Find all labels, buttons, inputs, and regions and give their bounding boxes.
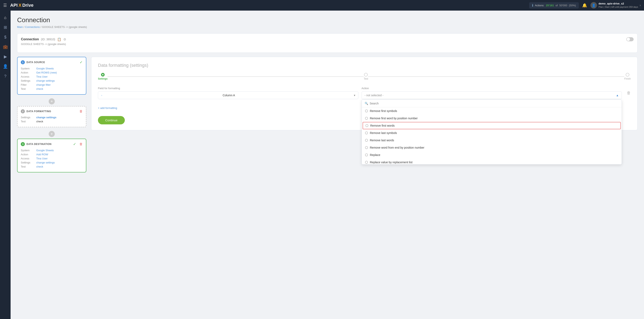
- step-label-test: Test: [364, 77, 368, 80]
- hamburger-icon[interactable]: ☰: [3, 3, 7, 8]
- source-label-action: Action: [21, 71, 34, 74]
- source-value-system[interactable]: Google Sheets: [36, 67, 54, 70]
- sidebar-item-video[interactable]: ▶: [1, 52, 10, 61]
- step-circle-finish: [626, 73, 629, 76]
- source-row-access: Access Tina User: [21, 75, 83, 78]
- continue-button[interactable]: Continue: [98, 116, 125, 124]
- source-check-icon: ✓: [80, 60, 83, 64]
- add-formatting-link[interactable]: + add formatting: [98, 106, 117, 110]
- connection-info-card: Connection (ID: 38910) 📋 ⚙ GOOGLE SHEETS…: [17, 34, 638, 53]
- brand-api: API: [10, 3, 18, 8]
- formatting-title: Data formatting (settings): [98, 63, 631, 68]
- dropdown-item-label-0: Remove first symbols: [370, 109, 397, 112]
- field-group-left: Field for formatting ○ Column A ▾: [98, 87, 358, 99]
- dropdown-scroll: Remove first symbols Remove first word b…: [362, 107, 622, 164]
- dest-label-action: Action: [21, 153, 34, 156]
- source-row-action: Action Get ROWS (new): [21, 71, 83, 74]
- dropdown-item-1[interactable]: Remove first word by position number: [362, 114, 622, 122]
- block-num-1: 1: [21, 60, 25, 64]
- sidebar-item-home[interactable]: ⌂: [1, 13, 10, 22]
- dropdown-item-5[interactable]: Remove word from end by position number: [362, 144, 622, 151]
- formatting-card: Data formatting (settings) Settings Test: [91, 57, 638, 130]
- radio-2: [366, 124, 368, 127]
- copy-icon[interactable]: 📋: [57, 38, 61, 41]
- radio-6: [365, 154, 368, 156]
- page-title: Connection: [17, 16, 638, 24]
- breadcrumb-main[interactable]: Main: [17, 26, 23, 28]
- source-row-system: System Google Sheets: [21, 67, 83, 70]
- sidebar: ⌂ ⊞ $ 💼 ▶ 👤 ?: [0, 10, 10, 319]
- dest-value-test[interactable]: check: [36, 165, 43, 168]
- brand-x: X: [18, 3, 22, 8]
- add-step-button-2[interactable]: +: [49, 131, 55, 137]
- breadcrumb-connections[interactable]: Connections: [25, 26, 40, 28]
- dest-row-system: System Google Sheets: [21, 149, 83, 152]
- dest-row-test: Test check: [21, 165, 83, 168]
- dropdown-search-input[interactable]: [370, 102, 619, 105]
- dest-label-settings: Settings: [21, 161, 34, 164]
- source-value-action[interactable]: Get ROWS (new): [36, 71, 57, 74]
- dest-value-system[interactable]: Google Sheets: [36, 149, 54, 152]
- dropdown-item-0[interactable]: Remove first symbols: [362, 107, 622, 114]
- dropdown-item-3[interactable]: Remove last symbols: [362, 129, 622, 136]
- field-select-value: Column A: [222, 94, 235, 97]
- add-step-button-1[interactable]: +: [49, 98, 55, 104]
- field-select-box[interactable]: ○ Column A ▾: [98, 92, 358, 99]
- formatting-value-test: check: [36, 120, 43, 123]
- dropdown-item-4[interactable]: Remove last words: [362, 136, 622, 144]
- source-value-settings[interactable]: change settings: [36, 79, 55, 82]
- add-btn-row-1: +: [17, 97, 86, 106]
- dest-label-system: System: [21, 149, 34, 152]
- block-formatting-header: 2 DATA FORMATTING 🗑: [21, 109, 83, 114]
- search-icon: 🔍: [365, 102, 368, 105]
- user-menu[interactable]: 👤 demo_apix-drive_s2 Plan | Start | left…: [590, 2, 641, 8]
- radio-4: [365, 139, 368, 142]
- toggle-knob: [627, 38, 630, 41]
- sidebar-item-briefcase[interactable]: 💼: [1, 42, 10, 51]
- sidebar-item-help[interactable]: ?: [1, 72, 10, 80]
- source-row-test: Test check: [21, 87, 83, 90]
- source-value-access[interactable]: Tina User: [36, 75, 48, 78]
- formatting-label-settings: Settings: [21, 116, 34, 119]
- field-select-icon: ○: [101, 94, 102, 96]
- dest-value-settings[interactable]: change settings: [36, 161, 55, 164]
- formatting-delete-icon[interactable]: 🗑: [80, 110, 83, 113]
- data-source-block: 1 DATA SOURCE ✓ System Google Sheets Act…: [17, 57, 86, 95]
- bell-icon[interactable]: 🔔: [582, 3, 587, 8]
- destination-delete-icon[interactable]: 🗑: [80, 142, 83, 146]
- dropdown-item-2[interactable]: Remove first words: [362, 122, 621, 129]
- dest-label-access: Access: [21, 157, 34, 160]
- user-chevron-icon[interactable]: ›: [640, 4, 641, 7]
- dropdown-search-row: 🔍: [362, 100, 622, 107]
- sidebar-item-user[interactable]: 👤: [1, 62, 10, 71]
- dropdown-item-6[interactable]: Replace: [362, 151, 622, 158]
- settings-icon[interactable]: ⚙: [63, 38, 66, 41]
- action-field-group: Action - not selected - ▲ 🔍: [362, 87, 622, 99]
- actions-pct: (50%): [569, 4, 576, 7]
- action-select-box[interactable]: - not selected - ▲: [362, 92, 622, 99]
- destination-check-icon: ✓: [73, 142, 76, 146]
- connection-toggle[interactable]: [626, 37, 634, 41]
- add-btn-row-2: +: [17, 129, 86, 139]
- dropdown-item-7[interactable]: Replace value by replacement list: [362, 158, 622, 164]
- sidebar-item-billing[interactable]: $: [1, 32, 10, 42]
- row-delete-icon[interactable]: 🗑: [627, 90, 631, 95]
- source-row-filter: Filter change filter: [21, 83, 83, 86]
- radio-1: [365, 117, 368, 120]
- dest-value-access[interactable]: Tina User: [36, 157, 48, 160]
- step-circle-test: [364, 73, 368, 76]
- dropdown-item-label-1: Remove first word by position number: [370, 117, 418, 120]
- connection-subtitle: GOOGLE SHEETS -> (google sheets): [21, 42, 634, 46]
- actions-info: ℹ Actions: 25'161 of 50'000 (50%): [529, 2, 579, 8]
- dest-row-action: Action Add ROW: [21, 153, 83, 156]
- sidebar-item-connections[interactable]: ⊞: [1, 23, 10, 32]
- source-value-test[interactable]: check: [36, 87, 43, 90]
- formatting-value-settings[interactable]: change settings: [36, 116, 56, 119]
- data-destination-block: 3 DATA DESTINATION ✓ 🗑 System Google She…: [17, 139, 86, 172]
- connection-id: (ID: 38910): [41, 38, 55, 41]
- step-line-2: [368, 76, 624, 77]
- dest-value-action[interactable]: Add ROW: [36, 153, 48, 156]
- main-content: Connection Main / Connections / GOOGLE S…: [10, 10, 644, 319]
- formatting-label-test: Test: [21, 120, 34, 123]
- source-value-filter[interactable]: change filter: [36, 83, 51, 86]
